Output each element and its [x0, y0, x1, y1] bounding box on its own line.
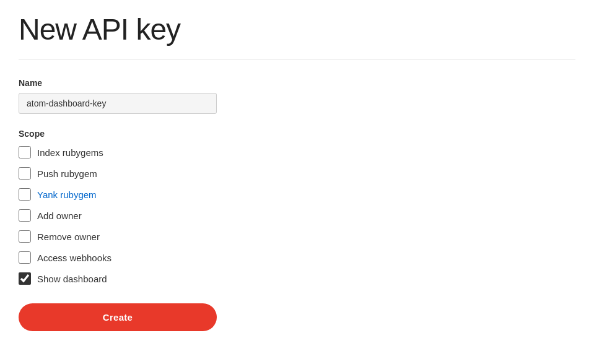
- checkbox-label-yank_rubygem[interactable]: Yank rubygem: [37, 189, 97, 200]
- checkbox-item-index_rubygems: Index rubygems: [19, 146, 328, 158]
- checkbox-item-yank_rubygem: Yank rubygem: [19, 188, 328, 201]
- checkbox-add_owner[interactable]: [19, 209, 31, 222]
- name-input[interactable]: [19, 93, 217, 114]
- checkbox-label-add_owner[interactable]: Add owner: [37, 210, 82, 221]
- checkbox-item-add_owner: Add owner: [19, 209, 328, 222]
- checkbox-label-index_rubygems[interactable]: Index rubygems: [37, 147, 103, 158]
- checkbox-item-push_rubygem: Push rubygem: [19, 167, 328, 180]
- checkbox-label-remove_owner[interactable]: Remove owner: [37, 232, 100, 242]
- checkbox-item-show_dashboard: Show dashboard: [19, 272, 328, 285]
- checkbox-item-remove_owner: Remove owner: [19, 230, 328, 243]
- create-button[interactable]: Create: [19, 303, 217, 331]
- checkbox-label-access_webhooks[interactable]: Access webhooks: [37, 253, 111, 263]
- checkbox-access_webhooks[interactable]: [19, 251, 31, 264]
- checkbox-yank_rubygem[interactable]: [19, 188, 31, 201]
- divider: [19, 59, 575, 59]
- name-label: Name: [19, 78, 328, 88]
- scope-label: Scope: [19, 129, 328, 139]
- checkbox-item-access_webhooks: Access webhooks: [19, 251, 328, 264]
- form-section: Name Scope Index rubygemsPush rubygemYan…: [19, 78, 328, 331]
- checkbox-index_rubygems[interactable]: [19, 146, 31, 158]
- checkbox-label-show_dashboard[interactable]: Show dashboard: [37, 274, 107, 284]
- checkbox-remove_owner[interactable]: [19, 230, 31, 243]
- checkbox-push_rubygem[interactable]: [19, 167, 31, 180]
- checkbox-show_dashboard[interactable]: [19, 272, 31, 285]
- page-title: New API key: [19, 12, 575, 46]
- scope-checkboxes: Index rubygemsPush rubygemYank rubygemAd…: [19, 146, 328, 285]
- checkbox-label-push_rubygem[interactable]: Push rubygem: [37, 168, 97, 179]
